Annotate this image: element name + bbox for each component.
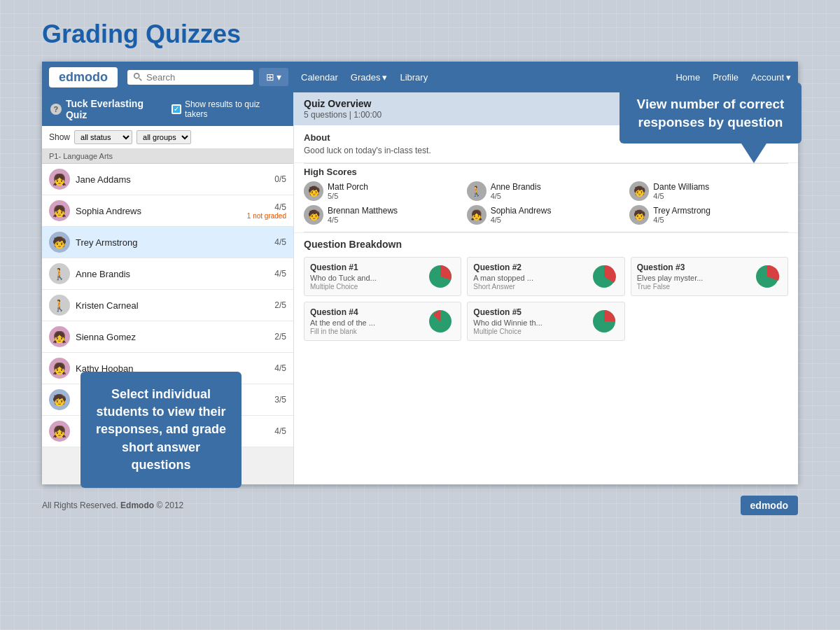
question-item[interactable]: Question #5 Who did Winnie th... Multipl…	[467, 302, 624, 341]
qb-title: Question Breakdown	[294, 232, 798, 253]
question-id: Question #2	[473, 262, 583, 272]
high-scores-grid: 🧒 Matt Porch 5/5 🚶 Anne Brandis 4/5	[294, 181, 798, 232]
student-score: 4/5	[274, 363, 286, 373]
question-type: True False	[637, 283, 747, 290]
tooltip-right: View number of correct responses by ques…	[620, 83, 802, 144]
avatar: 🚶	[49, 295, 70, 316]
hs-score: 4/5	[328, 216, 398, 224]
hs-item: 🧒 Matt Porch 5/5	[304, 181, 463, 201]
search-bar	[127, 70, 253, 85]
screenshot-container: View number of correct responses by ques…	[42, 62, 798, 484]
question-id: Question #1	[310, 262, 420, 272]
nav-home[interactable]: Home	[676, 72, 700, 83]
student-score: 4/5	[274, 237, 286, 247]
question-pie-chart	[589, 262, 619, 291]
question-type: Short Answer	[473, 283, 583, 290]
student-score: 2/5	[274, 300, 286, 310]
hs-name: Brennan Matthews	[328, 206, 398, 216]
nav-grades[interactable]: Grades ▾	[351, 72, 388, 83]
student-row[interactable]: 🚶 Kristen Carneal 2/5	[42, 290, 293, 321]
logo[interactable]: edmodo	[49, 67, 118, 88]
question-pie-chart	[589, 307, 619, 336]
avatar: 👧	[49, 200, 70, 221]
svg-line-1	[139, 78, 142, 81]
question-desc: Who did Winnie th...	[473, 318, 583, 327]
student-name: Jane Addams	[76, 174, 274, 185]
nav-account[interactable]: Account ▾	[751, 72, 791, 83]
footer-logo: edmodo	[741, 496, 798, 515]
nav-calendar[interactable]: Calendar	[301, 72, 338, 83]
question-item[interactable]: Question #2 A man stopped ... Short Answ…	[467, 257, 624, 296]
question-desc: A man stopped ...	[473, 274, 583, 282]
hs-item: 🧒 Dante Williams 4/5	[629, 181, 788, 201]
hs-item: 👧 Sophia Andrews 4/5	[467, 205, 626, 225]
tooltip-left: Select individual students to view their…	[80, 372, 241, 488]
hs-name: Matt Porch	[328, 182, 368, 192]
student-name: Anne Brandis	[76, 269, 274, 279]
quiz-header: ? Tuck Everlasting Quiz Show results to …	[42, 92, 293, 126]
hs-item: 🚶 Anne Brandis 4/5	[467, 181, 626, 201]
nav-profile[interactable]: Profile	[713, 72, 738, 83]
question-id: Question #5	[473, 307, 583, 317]
hs-avatar: 🧒	[304, 181, 323, 201]
question-item[interactable]: Question #1 Who do Tuck and... Multiple …	[304, 257, 461, 296]
student-row[interactable]: 👧 Jane Addams 0/5	[42, 164, 293, 195]
footer: All Rights Reserved. Edmodo © 2012 edmod…	[0, 484, 840, 526]
student-score-value: 4/5	[274, 202, 286, 212]
student-row[interactable]: 🚶 Anne Brandis 4/5	[42, 258, 293, 290]
student-name: Trey Armstrong	[76, 237, 274, 248]
question-item[interactable]: Question #4 At the end of the ... Fill i…	[304, 302, 461, 341]
question-desc: Elves play myster...	[637, 274, 747, 282]
grades-dropdown-icon: ▾	[382, 72, 387, 83]
hs-score: 4/5	[491, 192, 541, 200]
hs-score: 4/5	[653, 192, 709, 200]
student-score: 0/5	[274, 174, 286, 184]
student-name: Sienna Gomez	[76, 332, 274, 342]
hs-name: Sophia Andrews	[491, 206, 552, 216]
svg-point-0	[134, 74, 139, 78]
avatar: 👧	[49, 326, 70, 347]
grid-icon: ⊞	[266, 71, 274, 83]
show-label: Show	[49, 132, 70, 142]
nav-library[interactable]: Library	[400, 72, 428, 83]
not-graded-badge: 1 not graded	[247, 212, 286, 220]
question-breakdown-section: Question Breakdown Question #1 Who do Tu…	[294, 232, 798, 349]
question-pie-chart	[426, 262, 455, 291]
nav-links: Calendar Grades ▾ Library	[301, 72, 670, 83]
question-breakdown-grid: Question #1 Who do Tuck and... Multiple …	[294, 253, 798, 349]
hs-avatar: 👧	[467, 205, 486, 225]
quiz-help-icon: ?	[50, 104, 62, 115]
footer-text: All Rights Reserved. Edmodo © 2012	[42, 500, 183, 510]
account-dropdown-icon: ▾	[786, 72, 791, 83]
question-type: Multiple Choice	[310, 283, 420, 290]
question-item[interactable]: Question #3 Elves play myster... True Fa…	[631, 257, 788, 296]
status-select[interactable]: all status graded not graded	[74, 130, 132, 144]
question-type: Fill in the blank	[310, 328, 420, 335]
main-content: Quiz Overview 5 questions | 1:00:00 Abou…	[294, 92, 798, 484]
search-input[interactable]	[146, 72, 244, 83]
student-row[interactable]: 👧 Sophia Andrews 4/5 1 not graded	[42, 195, 293, 227]
show-results-checkbox[interactable]	[172, 104, 181, 114]
student-score: 4/5	[274, 426, 286, 436]
quiz-title: Tuck Everlasting Quiz	[66, 98, 167, 120]
question-type: Multiple Choice	[473, 328, 583, 335]
avatar: 👧	[49, 421, 70, 442]
question-pie-chart	[426, 307, 455, 336]
section-label: P1- Language Arts	[42, 149, 293, 164]
overview-details: 5 questions | 1:00:00	[304, 110, 382, 120]
student-row[interactable]: 🧒 Trey Armstrong 4/5	[42, 227, 293, 258]
question-id: Question #3	[637, 262, 747, 272]
about-text: Good luck on today's in-class test.	[304, 146, 788, 155]
dropdown-arrow: ▾	[276, 71, 281, 83]
hs-avatar: 🧒	[629, 181, 649, 201]
search-icon	[133, 72, 143, 82]
hs-name: Anne Brandis	[491, 182, 541, 192]
hs-score: 4/5	[491, 216, 552, 224]
grid-view-button[interactable]: ⊞ ▾	[259, 68, 288, 86]
student-row[interactable]: 👧 Sienna Gomez 2/5	[42, 321, 293, 353]
hs-avatar: 🚶	[467, 181, 486, 201]
hs-avatar: 🧒	[304, 205, 323, 225]
group-select[interactable]: all groups	[136, 130, 191, 144]
avatar: 🚶	[49, 263, 70, 284]
question-desc: At the end of the ...	[310, 318, 420, 327]
